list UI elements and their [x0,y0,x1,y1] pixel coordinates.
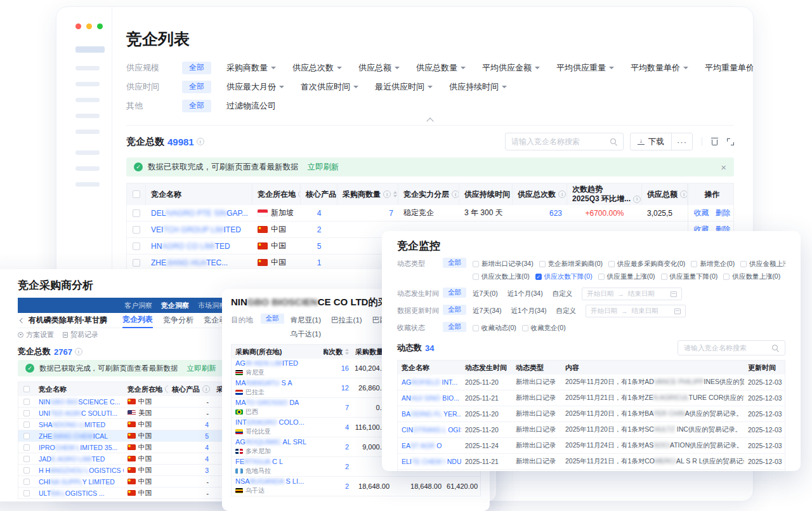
filter-option[interactable]: 供应总额 [358,62,400,74]
checkbox[interactable] [598,274,605,280]
filter-checkbox-option[interactable]: 新增出口记录(34) [473,260,534,269]
delete-action[interactable]: 删除 [716,208,731,218]
filter-option[interactable]: 平均供应重量 [556,62,614,74]
company-link[interactable]: IPROCHEM LIMITED 35... [39,444,117,451]
filter-option[interactable]: 平均重量单价 [705,62,754,74]
filter-option[interactable]: 供应总次数 [292,62,342,74]
close-window-button[interactable] [75,23,81,29]
company-link[interactable]: HNAGRO CO LIMITED [151,242,230,251]
core-product-count[interactable]: 4 [205,455,209,463]
core-product-count[interactable]: 2 [301,222,337,237]
core-product-count[interactable]: 4 [205,421,209,428]
back-icon[interactable] [20,317,25,322]
company-link[interactable]: SHANDONG LIMITED [39,421,105,428]
filter-checkbox-option[interactable]: 供应数量上涨(0) [723,272,780,281]
company-link[interactable]: ZHEJIANG HUATEC... [151,258,228,267]
filter-option[interactable]: 平均供应金额 [482,62,540,74]
filter-option[interactable]: 平均数量单价 [631,62,688,74]
company-link[interactable]: ZHEJIANG CHEMICAL [39,432,108,440]
filter-checkbox-option[interactable]: 竞企新增采购商(0) [539,260,603,269]
search-input[interactable]: 请输入竞企名称搜索 [505,133,624,150]
checkbox[interactable] [23,410,30,416]
checkbox[interactable] [473,261,479,267]
checkbox[interactable]: ✓ [535,274,542,280]
filter-option[interactable]: 自定义 [556,307,577,315]
core-product-count[interactable]: 5 [301,238,337,254]
checkbox[interactable] [133,209,140,217]
checkbox[interactable] [23,456,30,462]
subnav-gear[interactable]: 方案设置 [18,330,54,340]
download-button[interactable]: 下载 [630,133,672,150]
dest-all-chip[interactable]: 全部 [261,314,284,324]
filter-all-chip[interactable]: 全部 [443,322,466,332]
company-link[interactable]: UNITED AGRIC SOLUTI... [39,409,117,417]
checkbox[interactable] [133,190,140,198]
subnav-doc[interactable]: 贸易记录 [63,330,98,340]
company-link[interactable]: NINGBO BIOSCIENCE C... [39,398,120,406]
buyer-link[interactable]: MARANGATU S A [235,379,292,387]
filter-option[interactable]: 供应最大月份 [226,81,284,93]
company-link[interactable]: CHINA SUPPLY LIMITED [39,478,115,486]
core-product-count[interactable]: 1 [301,255,337,270]
core-product-count[interactable]: 5 [205,432,209,440]
filter-option[interactable]: 首次供应时间 [301,81,358,93]
checkbox[interactable] [23,433,30,439]
buyer-count[interactable]: 7 [337,205,398,221]
checkbox[interactable] [23,444,30,451]
filter-option[interactable]: 最近供应时间 [375,81,433,93]
filter-option[interactable]: 供应总数量 [416,62,466,74]
refresh-now-link[interactable]: 立即刷新 [308,162,339,173]
company-link[interactable]: BAODING FL YER... [402,410,461,418]
company-link[interactable]: CINOTRANS L OGIS... [402,426,461,434]
filter-option[interactable]: 近1个月(34) [508,289,543,298]
filter-option[interactable]: 近7天(0) [473,289,498,298]
company-link[interactable]: DELIVAGRO PTE SINGAP... [151,209,248,218]
filter-checkbox-option[interactable]: 新增竞企(0) [691,260,735,269]
filter-all-chip[interactable]: 全部 [182,81,211,93]
destination-option[interactable]: 乌干达(1) [291,328,322,340]
filter-option[interactable]: 自定义 [553,289,573,298]
buyer-link[interactable]: AGRI KEN LIMITED [235,359,298,367]
checkbox[interactable] [23,386,30,392]
buyer-link[interactable]: NSABUGANDA S LI... [235,477,304,485]
core-product-count[interactable]: 3 [205,467,209,474]
filter-checkbox-option[interactable]: 收藏动态(0) [473,324,516,333]
checkbox[interactable] [740,261,747,267]
checkbox[interactable] [23,479,30,485]
checkbox[interactable] [23,467,30,474]
search-input[interactable]: 请输入竞企名称搜索 [678,340,785,355]
filter-checkbox-option[interactable]: 供应金额上涨(0) [740,260,785,269]
checkbox[interactable] [473,274,479,280]
filter-checkbox-option[interactable]: 供应次数上涨(0) [473,272,530,281]
buyer-link[interactable]: MATO GROSSO DA [235,399,299,406]
filter-option[interactable]: 过滤物流公司 [226,100,276,112]
checkbox[interactable] [133,242,140,250]
topnav-item[interactable]: 竞企洞察 [161,301,189,310]
fullscreen-button[interactable] [727,138,734,145]
date-range-input[interactable]: 开始日期→结束日期 [582,288,682,300]
delete-button[interactable] [711,138,718,145]
filter-all-chip[interactable]: 全部 [443,258,466,268]
favorite-action[interactable]: 收藏 [694,208,709,218]
filter-checkbox-option[interactable]: 供应重量上涨(0) [598,272,655,281]
checkbox[interactable] [522,325,528,331]
filter-checkbox-option[interactable]: 收藏竞企(0) [522,324,566,333]
filter-all-chip[interactable]: 全部 [443,305,466,315]
company-link[interactable]: H HANGZHOU LOGISTICS C... [39,467,124,474]
company-link[interactable]: ULTRA LOGISTICS ... [39,489,105,497]
supply-times[interactable]: 623 [513,205,567,221]
filter-checkbox-option[interactable]: ✓供应次数下降(0) [535,272,593,281]
company-link[interactable]: JADE AGRO LIMITED [39,455,105,463]
filter-option[interactable]: 近1个月(34) [511,307,547,315]
company-link[interactable]: ELITE CHEM I NDU... [402,458,461,465]
checkbox[interactable] [133,226,140,234]
refresh-now-link[interactable]: 立即刷新 [187,364,216,373]
zoom-window-button[interactable] [97,23,103,29]
core-product-count[interactable]: 4 [301,205,337,221]
checkbox[interactable] [23,421,30,428]
company-link[interactable]: VEITCH GROUP LIMITED [151,225,241,234]
checkbox[interactable] [723,274,730,280]
filter-option[interactable]: 近7天(34) [473,307,502,315]
filter-option[interactable]: 供应持续时间 [449,81,507,93]
more-options-button[interactable]: ··· [671,133,693,150]
